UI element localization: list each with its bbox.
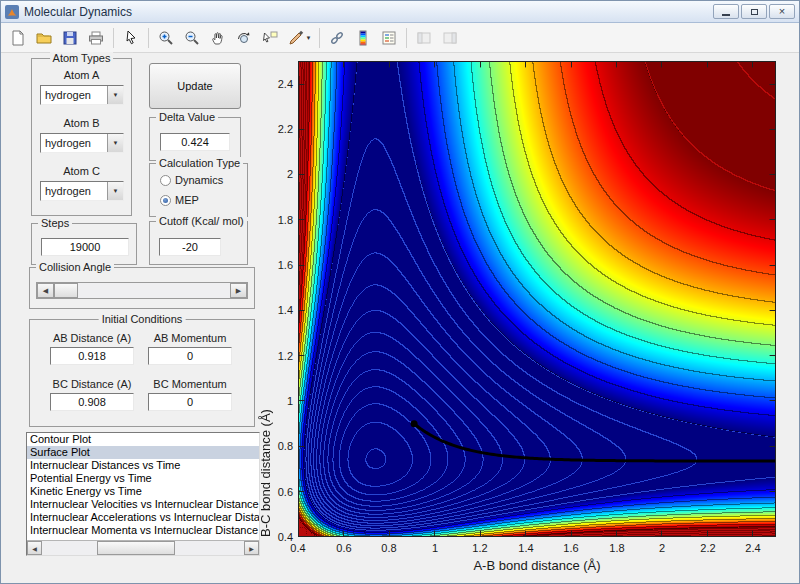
rotate-3d-button[interactable] (232, 26, 256, 50)
toolbar-separator (406, 28, 407, 48)
rotate-3d-icon (235, 29, 253, 47)
atom-b-select[interactable]: hydrogen ▼ (40, 133, 124, 153)
update-button[interactable]: Update (149, 63, 241, 109)
dynamics-radio[interactable]: Dynamics (160, 174, 223, 186)
scroll-left-arrow[interactable]: ◀ (27, 541, 42, 555)
atom-b-dropdown-button[interactable]: ▼ (107, 134, 123, 152)
y-tick-label: 1.6 (278, 259, 293, 271)
list-item[interactable]: Internuclear Accelerations vs Internucle… (27, 511, 259, 524)
hide-plot-tools-button[interactable] (412, 26, 436, 50)
mep-radio[interactable]: MEP (160, 194, 199, 206)
list-item[interactable]: Contour Plot (27, 433, 259, 446)
app-window: Molecular Dynamics × (0, 0, 800, 584)
plot-canvas[interactable] (298, 61, 776, 537)
plot-axes: 0.4 0.6 0.8 1 1.2 1.4 1.6 1.8 2 2.2 2.4 … (298, 61, 776, 537)
y-tick-label: 0.4 (278, 531, 293, 543)
scrollbar-thumb[interactable] (97, 541, 175, 555)
zoom-out-button[interactable] (180, 26, 204, 50)
restore-button[interactable] (741, 4, 767, 19)
y-tick-label: 2 (287, 168, 293, 180)
mep-radio-label: MEP (175, 194, 199, 206)
atom-types-panel: Atom Types Atom A hydrogen ▼ Atom B hydr… (31, 58, 132, 216)
x-tick-label: 0.6 (336, 542, 351, 554)
figure-toolbar: ▼ (1, 23, 799, 53)
list-item[interactable]: Internuclear Velocities vs Internuclear … (27, 498, 259, 511)
y-axis-label: B-C bond distance (Å) (258, 61, 273, 537)
x-tick-label: 1.2 (472, 542, 487, 554)
atom-a-label: Atom A (64, 69, 99, 81)
y-tick-label: 1.4 (278, 304, 293, 316)
brush-dropdown-icon: ▼ (306, 35, 312, 41)
new-document-button[interactable] (6, 26, 30, 50)
dynamics-radio-label: Dynamics (175, 174, 223, 186)
y-tick-label: 1.8 (278, 214, 293, 226)
ab-momentum-input[interactable] (148, 347, 232, 365)
chevron-down-icon: ▼ (113, 92, 119, 98)
atom-c-dropdown-button[interactable]: ▼ (107, 182, 123, 200)
bc-momentum-input[interactable] (148, 393, 232, 411)
atom-b-value: hydrogen (41, 137, 107, 149)
show-plot-tools-button[interactable] (438, 26, 462, 50)
close-icon: × (779, 6, 785, 17)
atom-a-value: hydrogen (41, 89, 107, 101)
atom-c-select[interactable]: hydrogen ▼ (40, 181, 124, 201)
pan-button[interactable] (206, 26, 230, 50)
hand-icon (209, 29, 227, 47)
zoom-in-button[interactable] (154, 26, 178, 50)
insert-legend-button[interactable] (377, 26, 401, 50)
slider-right-arrow[interactable]: ▶ (230, 283, 247, 298)
collision-angle-slider[interactable]: ◀ ▶ (36, 282, 248, 299)
list-item[interactable]: Surface Plot (27, 446, 259, 459)
radio-icon (160, 175, 171, 186)
steps-input[interactable] (41, 238, 129, 256)
cutoff-input[interactable] (159, 238, 221, 256)
y-tick-label: 1.2 (278, 350, 293, 362)
steps-panel: Steps (31, 223, 137, 265)
listbox-horizontal-scrollbar[interactable]: ◀ ▶ (27, 540, 259, 555)
ab-distance-input[interactable] (50, 347, 134, 365)
x-tick-label: 0.8 (381, 542, 396, 554)
open-folder-icon (35, 29, 53, 47)
plot-type-listbox[interactable]: Contour Plot Surface Plot Internuclear D… (26, 432, 260, 556)
titlebar[interactable]: Molecular Dynamics × (1, 1, 799, 23)
data-cursor-button[interactable] (258, 26, 282, 50)
radio-icon (160, 195, 171, 206)
cutoff-label: Cutoff (Kcal/ mol) (156, 215, 247, 227)
x-tick-label: 1 (432, 542, 438, 554)
list-item[interactable]: Potential Energy vs Time (27, 472, 259, 485)
open-file-button[interactable] (32, 26, 56, 50)
new-document-icon (9, 29, 27, 47)
minimize-button[interactable] (713, 4, 739, 19)
zoom-in-icon (157, 29, 175, 47)
y-tick-label: 0.6 (278, 486, 293, 498)
slider-left-arrow[interactable]: ◀ (37, 283, 54, 298)
window-title: Molecular Dynamics (24, 5, 132, 19)
x-tick-label: 1.6 (563, 542, 578, 554)
print-button[interactable] (84, 26, 108, 50)
chevron-down-icon: ▼ (113, 140, 119, 146)
atom-a-select[interactable]: hydrogen ▼ (40, 85, 124, 105)
close-button[interactable]: × (769, 4, 795, 19)
chevron-down-icon: ▼ (113, 188, 119, 194)
bc-distance-input[interactable] (50, 393, 134, 411)
arrow-left-icon: ◀ (32, 545, 37, 552)
save-button[interactable] (58, 26, 82, 50)
edit-plot-button[interactable] (119, 26, 143, 50)
brush-button[interactable]: ▼ (284, 26, 314, 50)
y-tick-label: 2.2 (278, 123, 293, 135)
delta-value-input[interactable] (160, 133, 230, 151)
slider-thumb[interactable] (54, 283, 78, 298)
atom-types-label: Atom Types (50, 52, 114, 64)
cutoff-panel: Cutoff (Kcal/ mol) (149, 221, 248, 265)
scroll-right-arrow[interactable]: ▶ (244, 541, 259, 555)
link-plot-button[interactable] (325, 26, 349, 50)
list-item[interactable]: Internuclear Momenta vs Internuclear Dis… (27, 524, 259, 537)
delta-value-panel: Delta Value (149, 117, 241, 161)
list-item[interactable]: Internuclear Distances vs Time (27, 459, 259, 472)
insert-colorbar-button[interactable] (351, 26, 375, 50)
list-item[interactable]: Kinetic Energy vs Time (27, 485, 259, 498)
figure-content: Atom Types Atom A hydrogen ▼ Atom B hydr… (1, 53, 799, 583)
atom-a-dropdown-button[interactable]: ▼ (107, 86, 123, 104)
x-tick-label: 2.4 (745, 542, 760, 554)
x-tick-label: 1.4 (518, 542, 533, 554)
